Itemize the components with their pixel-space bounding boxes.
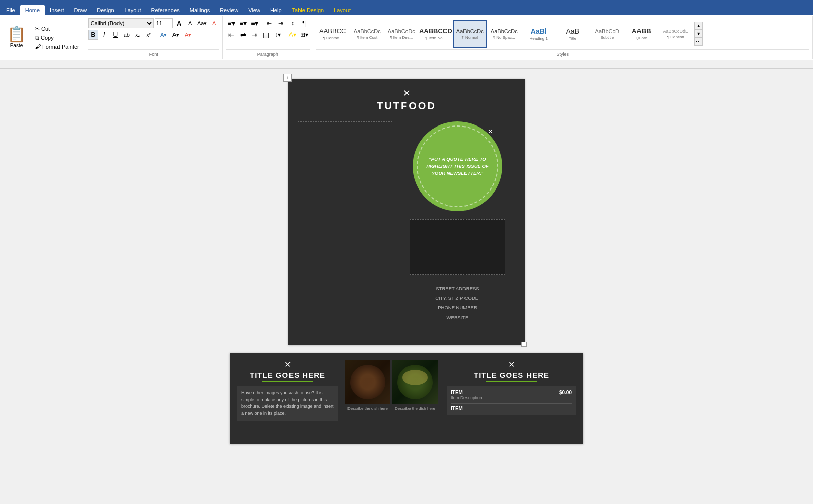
menu-item1-price: $0.00	[559, 390, 572, 395]
copy-label: Copy	[41, 35, 54, 41]
style-item-heading1[interactable]: AaBl Heading 1	[522, 20, 555, 48]
style-item-caption[interactable]: AaBbCcDdE ¶ Caption	[659, 20, 692, 48]
tab-table-design[interactable]: Table Design	[287, 5, 329, 15]
menu-item1-name: ITEM	[451, 390, 482, 395]
tab-file[interactable]: File	[1, 5, 20, 15]
page-2-wrapper: ✕ TITLE GOES HERE Have other images you …	[230, 353, 583, 444]
style-item-quote[interactable]: AABB Quote	[625, 20, 658, 48]
tab-design[interactable]: Design	[92, 5, 119, 15]
page1-resize-handle[interactable]	[521, 342, 527, 347]
paste-label: Paste	[10, 43, 23, 48]
style-item-item-cost[interactable]: AaBbCcDc ¶ Item Cost	[351, 20, 384, 48]
style-item-no-space[interactable]: AaBbCcDc ¶ No Spac...	[488, 20, 521, 48]
shrink-font-button[interactable]: A	[185, 18, 195, 28]
page-add-handle[interactable]: +	[283, 74, 292, 82]
cut-icon: ✂	[35, 25, 40, 32]
style-item-title[interactable]: AaB Title	[556, 20, 590, 48]
cut-label: Cut	[41, 26, 50, 32]
cut-button[interactable]: ✂ Cut	[33, 25, 81, 33]
format-painter-icon: 🖌	[35, 43, 41, 50]
text-effect-button[interactable]: A▾	[158, 30, 169, 40]
paste-icon: 📋	[7, 27, 26, 42]
italic-button[interactable]: I	[99, 30, 109, 40]
style-item-item-des[interactable]: AaBbCcDc ¶ Item Des...	[385, 20, 418, 48]
sort-button[interactable]: ↕	[287, 18, 298, 28]
page-1-wrapper: + ✕ TUTFOOD ✕ "PUT A QU	[288, 79, 525, 345]
tab-mailings[interactable]: Mailings	[185, 5, 215, 15]
tab-table-layout[interactable]: Layout	[329, 5, 356, 15]
styles-scroll-up[interactable]: ▲	[694, 22, 703, 30]
page2-images-col: Describe the dish here Describe the dish…	[345, 360, 440, 421]
justify-button[interactable]: ▤	[261, 30, 272, 40]
increase-indent-button[interactable]: ⇥	[275, 18, 286, 28]
page2-left-title: TITLE GOES HERE	[250, 371, 325, 380]
multilevel-button[interactable]: ≡▾	[249, 18, 260, 28]
quote-circle-close-icon: ✕	[488, 128, 493, 135]
style-item-normal[interactable]: AaBbCcDc ¶ Normal	[453, 20, 487, 48]
tab-review[interactable]: Review	[215, 5, 243, 15]
format-painter-button[interactable]: 🖌 Format Painter	[33, 43, 81, 51]
borders-button[interactable]: ⊞▾	[299, 30, 310, 40]
copy-icon: ⧉	[35, 34, 39, 41]
numbering-button[interactable]: ≡▾	[238, 18, 249, 28]
tab-view[interactable]: View	[243, 5, 265, 15]
font-color-button[interactable]: A▾	[183, 30, 194, 40]
copy-button[interactable]: ⧉ Copy	[33, 34, 81, 42]
font-group: Calibri (Body) A A Aa▾ A B I U ab x₂ x² …	[85, 16, 223, 59]
paragraph-group: ≡▾ ≡▾ ≡▾ ⇤ ⇥ ↕ ¶ ⇤ ⇌ ⇥ ▤ ↕▾ A▾ ⊞▾ Paragr…	[223, 16, 313, 59]
style-item-item-na[interactable]: AABBCCD ¶ Item Na...	[419, 20, 452, 48]
styles-more[interactable]: ⋯	[694, 38, 703, 46]
fork-knife-page2-right-icon: ✕	[508, 360, 515, 369]
clear-format-button[interactable]: A	[209, 18, 219, 28]
page1-image-placeholder	[298, 121, 392, 322]
paste-button[interactable]: 📋 Paste	[2, 16, 31, 59]
format-painter-label: Format Painter	[42, 44, 79, 50]
underline-button[interactable]: U	[110, 30, 121, 40]
show-marks-button[interactable]: ¶	[299, 18, 310, 28]
page-2: ✕ TITLE GOES HERE Have other images you …	[230, 353, 583, 444]
page2-left-body: Have other images you wish to use? It is…	[237, 386, 338, 421]
page-1: ✕ TUTFOOD ✕ "PUT A QUOTE HERE TO HIGHLIG…	[288, 79, 525, 345]
font-family-select[interactable]: Calibri (Body)	[88, 18, 154, 28]
document-area: + ✕ TUTFOOD ✕ "PUT A QU	[0, 69, 813, 504]
tab-draw[interactable]: Draw	[69, 5, 92, 15]
style-item-subtitle[interactable]: AaBbCcD Subtitle	[591, 20, 624, 48]
subscript-button[interactable]: x₂	[133, 30, 143, 40]
styles-group: AABBCC ¶ Contac... AaBbCcDc ¶ Item Cost …	[313, 16, 813, 59]
page1-small-image-placeholder	[410, 219, 505, 275]
menu-item1-desc: Item Description	[451, 395, 482, 400]
change-case-button[interactable]: Aa▾	[196, 18, 208, 28]
food-img1-caption: Describe the dish here	[345, 406, 390, 411]
highlight-button[interactable]: A▾	[170, 30, 182, 40]
superscript-button[interactable]: x²	[144, 30, 154, 40]
food-image-2	[392, 360, 438, 404]
grow-font-button[interactable]: A	[174, 18, 184, 28]
tab-insert[interactable]: Insert	[45, 5, 69, 15]
page2-right-col: ✕ TITLE GOES HERE ITEM Item Description …	[447, 360, 576, 421]
decrease-indent-button[interactable]: ⇤	[264, 18, 275, 28]
align-left-button[interactable]: ⇤	[226, 30, 237, 40]
align-right-button[interactable]: ⇥	[249, 30, 260, 40]
page2-right-title: TITLE GOES HERE	[474, 371, 549, 380]
fork-knife-page2-left-icon: ✕	[284, 360, 291, 369]
tab-help[interactable]: Help	[265, 5, 287, 15]
food-img2-caption: Describe the dish here	[392, 406, 438, 411]
page1-header: ✕ TUTFOOD	[298, 88, 515, 114]
tab-references[interactable]: References	[146, 5, 185, 15]
shading-button[interactable]: A▾	[287, 30, 298, 40]
bold-button[interactable]: B	[88, 30, 98, 40]
tab-layout[interactable]: Layout	[120, 5, 146, 15]
align-center-button[interactable]: ⇌	[238, 30, 249, 40]
line-spacing-button[interactable]: ↕▾	[272, 30, 283, 40]
fork-knife-header-icon: ✕	[403, 88, 411, 99]
brand-name: TUTFOOD	[377, 100, 436, 112]
address-block: STREET ADDRESS CITY, ST ZIP CODE. PHONE …	[435, 284, 480, 322]
bullets-button[interactable]: ≡▾	[226, 18, 237, 28]
quote-text: "PUT A QUOTE HERE TO HIGHLIGHT THIS ISSU…	[422, 156, 493, 177]
tab-home[interactable]: Home	[20, 5, 45, 15]
food-image-1	[345, 360, 390, 404]
style-item-contact[interactable]: AABBCC ¶ Contac...	[316, 20, 350, 48]
styles-scroll-down[interactable]: ▼	[694, 30, 703, 38]
strikethrough-button[interactable]: ab	[122, 30, 132, 40]
font-size-input[interactable]	[155, 18, 173, 28]
